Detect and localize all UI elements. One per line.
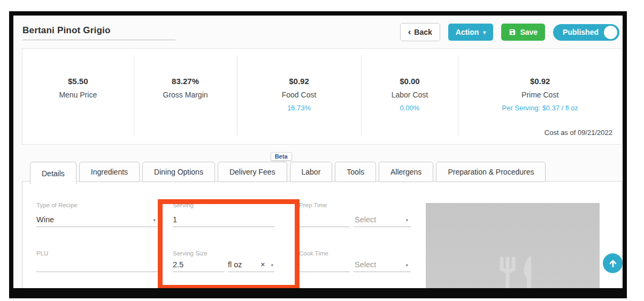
published-toggle-label: Published xyxy=(563,28,599,36)
serving-size-input[interactable]: Serving Size 2.5 xyxy=(173,250,224,272)
field-label: Type of Recipe xyxy=(36,202,78,208)
field-label: Serving Size xyxy=(173,250,208,257)
back-button[interactable]: ‹ Back xyxy=(400,23,440,41)
serving-size-unit-select[interactable]: fl oz × ▾ xyxy=(228,250,274,272)
stat-label: Labor Cost xyxy=(392,91,428,99)
action-dropdown-button[interactable]: Action ▾ xyxy=(448,24,494,41)
caret-down-icon[interactable]: ▾ xyxy=(271,262,273,268)
prep-time-input[interactable]: Prep Time xyxy=(299,202,350,227)
recipe-image-placeholder xyxy=(426,203,600,298)
clear-icon[interactable]: × xyxy=(261,260,265,268)
recipe-tabs: Details Ingredients Dining Options Deliv… xyxy=(30,162,546,184)
caret-down-icon: ▾ xyxy=(405,262,408,268)
tab-details[interactable]: Details xyxy=(30,162,76,184)
select-placeholder: Select xyxy=(355,260,376,269)
field-value: 2.5 xyxy=(173,260,183,269)
tab-label: Delivery Fees xyxy=(229,168,275,176)
tab-preparation-procedures[interactable]: Preparation & Procedures xyxy=(436,162,546,182)
field-label: Serving xyxy=(173,202,194,208)
cook-time-unit-select[interactable]: Select ▾ xyxy=(354,250,411,272)
stat-label: Prime Cost xyxy=(522,91,558,99)
caret-down-icon: ▾ xyxy=(153,217,156,223)
back-chevron-icon: ‹ xyxy=(408,28,411,36)
action-button-label: Action xyxy=(456,28,479,36)
field-value: Wine xyxy=(36,215,54,224)
app-window: Bertani Pinot Grigio ‹ Back Action ▾ Sav… xyxy=(9,11,627,298)
stat-value: $0.92 xyxy=(289,77,309,86)
stat-food-cost: $0.92 Food Cost 16.73% xyxy=(237,55,362,136)
tab-label: Labor xyxy=(302,168,321,176)
stat-value: $0.92 xyxy=(530,77,550,86)
tab-label: Preparation & Procedures xyxy=(448,168,534,176)
tab-label: Tools xyxy=(347,168,364,176)
beta-badge: Beta xyxy=(271,152,292,161)
stat-menu-price: $5.50 Menu Price xyxy=(22,55,134,136)
page-header: Bertani Pinot Grigio ‹ Back Action ▾ Sav… xyxy=(22,21,619,41)
save-icon xyxy=(509,28,516,36)
save-button[interactable]: Save xyxy=(501,24,545,41)
unit-controls: × ▾ xyxy=(261,260,273,268)
tab-ingredients[interactable]: Ingredients xyxy=(79,162,140,182)
field-value: 1 xyxy=(173,215,177,224)
tab-label: Allergens xyxy=(390,168,421,176)
stat-sub-value: Per Serving: $0.37 / fl oz xyxy=(502,104,578,112)
save-button-label: Save xyxy=(520,28,538,36)
screenshot-page: Bertani Pinot Grigio ‹ Back Action ▾ Sav… xyxy=(0,0,644,301)
cost-as-of-date: Cost as of 09/21/2022 xyxy=(545,129,612,137)
cost-summary-card: $5.50 Menu Price 83.27% Gross Margin $0.… xyxy=(22,48,622,145)
toggle-knob xyxy=(604,26,617,39)
field-label: PLU xyxy=(36,250,48,257)
scroll-to-top-button[interactable] xyxy=(603,253,623,273)
stat-labor-cost: $0.00 Labor Cost 0.00% xyxy=(362,55,459,136)
stat-label: Food Cost xyxy=(282,91,317,99)
header-actions: ‹ Back Action ▾ Save Published xyxy=(400,23,619,41)
tab-label: Dining Options xyxy=(154,168,203,176)
stat-sub-value: 16.73% xyxy=(287,104,311,112)
plu-input[interactable]: PLU xyxy=(36,250,158,272)
stat-gross-margin: 83.27% Gross Margin xyxy=(134,55,237,136)
tab-label: Details xyxy=(42,169,65,178)
tab-tools[interactable]: Tools xyxy=(335,162,376,182)
tab-allergens[interactable]: Allergens xyxy=(379,162,433,182)
stat-label: Menu Price xyxy=(59,91,97,99)
select-placeholder: Select xyxy=(355,215,376,224)
tab-delivery-fees[interactable]: Delivery Fees Beta xyxy=(218,162,287,182)
details-panel: Type of Recipe Wine ▾ PLU Serving 1 Serv… xyxy=(22,181,622,298)
stat-value: $0.00 xyxy=(400,77,420,86)
tab-labor[interactable]: Labor xyxy=(290,162,333,182)
stats-row: $5.50 Menu Price 83.27% Gross Margin $0.… xyxy=(22,55,622,136)
type-of-recipe-select[interactable]: Type of Recipe Wine ▾ xyxy=(36,202,158,227)
tab-dining-options[interactable]: Dining Options xyxy=(142,162,215,182)
field-label: Cook Time xyxy=(299,250,328,257)
stat-value: 83.27% xyxy=(172,77,199,86)
field-value: fl oz xyxy=(228,260,242,269)
field-label: Prep Time xyxy=(299,202,327,208)
arrow-up-icon xyxy=(608,258,618,269)
serving-input[interactable]: Serving 1 xyxy=(173,202,274,227)
tab-label: Ingredients xyxy=(91,168,128,176)
stat-sub-value: 0.00% xyxy=(400,104,419,112)
page-title: Bertani Pinot Grigio xyxy=(22,25,111,35)
stat-value: $5.50 xyxy=(68,77,88,86)
prep-time-unit-select[interactable]: Select ▾ xyxy=(354,202,411,227)
back-button-label: Back xyxy=(414,28,432,36)
caret-down-icon: ▾ xyxy=(405,217,408,223)
caret-down-icon: ▾ xyxy=(483,29,486,35)
stat-label: Gross Margin xyxy=(163,91,208,99)
stat-prime-cost: $0.92 Prime Cost Per Serving: $0.37 / fl… xyxy=(458,55,622,136)
utensils-icon xyxy=(495,255,537,298)
cook-time-input[interactable]: Cook Time xyxy=(299,250,350,272)
recipe-title-input[interactable]: Bertani Pinot Grigio xyxy=(22,21,175,40)
published-toggle[interactable]: Published xyxy=(553,24,619,41)
